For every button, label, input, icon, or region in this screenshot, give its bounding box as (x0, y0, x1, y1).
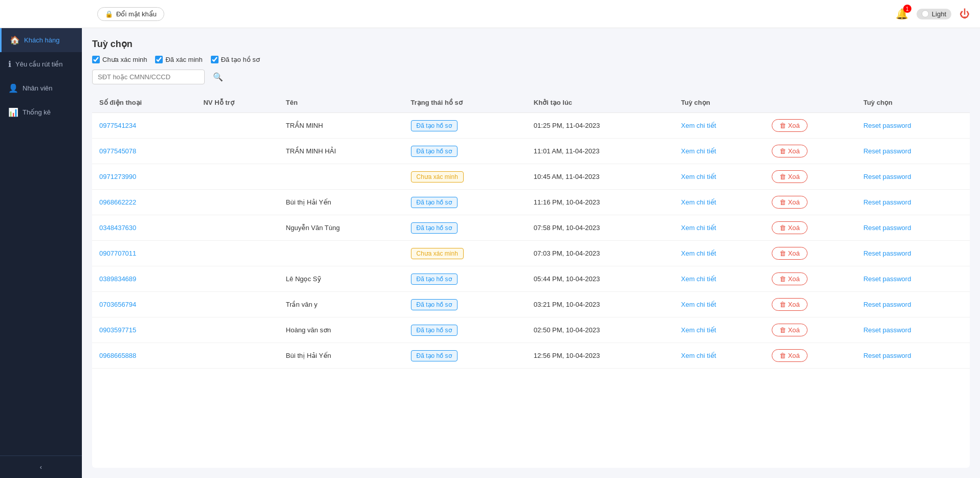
view-detail-link-6[interactable]: Xem chi tiết (681, 275, 716, 283)
cell-phone-8: 0903597715 (92, 317, 196, 343)
change-password-button[interactable]: 🔒 Đổi mật khẩu (97, 7, 164, 21)
search-row: 🔍 (92, 70, 970, 84)
search-input[interactable] (92, 70, 205, 84)
phone-link-2[interactable]: 0971273990 (99, 173, 136, 180)
cell-view-0: Xem chi tiết (674, 113, 765, 139)
filter-da-tao-ho-so[interactable]: Đã tạo hồ sơ (211, 56, 260, 63)
power-button[interactable]: ⏻ (960, 8, 970, 20)
delete-button-4[interactable]: 🗑 Xoá (772, 221, 808, 234)
trash-icon-4: 🗑 (779, 224, 786, 232)
cell-view-8: Xem chi tiết (674, 317, 765, 343)
delete-button-5[interactable]: 🗑 Xoá (772, 247, 808, 260)
checkbox-da-tao-ho-so[interactable] (211, 56, 219, 63)
reset-password-link-8[interactable]: Reset password (863, 326, 911, 334)
filter-label-da-tao-ho-so: Đã tạo hồ sơ (221, 56, 260, 63)
delete-button-6[interactable]: 🗑 Xoá (772, 272, 808, 285)
table-row: 0968665888 Bùi thị Hải Yến Đã tạo hồ sơ … (92, 343, 970, 369)
sidebar-label-nhan-vien: Nhân viên (23, 84, 53, 92)
filter-chua-xac-minh[interactable]: Chưa xác minh (92, 56, 147, 63)
col-phone: Số điện thoại (92, 93, 196, 113)
delete-button-9[interactable]: 🗑 Xoá (772, 349, 808, 362)
phone-link-6[interactable]: 0389834689 (99, 275, 136, 283)
reset-password-link-0[interactable]: Reset password (863, 122, 911, 129)
cell-name-2 (279, 164, 404, 190)
notification-wrapper[interactable]: 🔔 1 (896, 8, 908, 20)
phone-link-3[interactable]: 0968662222 (99, 198, 136, 206)
cell-created-6: 05:44 PM, 10-04-2023 (527, 266, 674, 292)
user-icon: 👤 (8, 83, 18, 93)
cell-created-3: 11:16 PM, 10-04-2023 (527, 190, 674, 215)
view-detail-link-7[interactable]: Xem chi tiết (681, 301, 716, 308)
phone-link-1[interactable]: 0977545078 (99, 147, 136, 155)
cell-status-2: Chưa xác minh (404, 164, 527, 190)
delete-button-8[interactable]: 🗑 Xoá (772, 324, 808, 336)
phone-link-4[interactable]: 0348437630 (99, 224, 136, 232)
filter-da-xac-minh[interactable]: Đã xác minh (155, 56, 202, 63)
reset-password-link-1[interactable]: Reset password (863, 147, 911, 155)
reset-password-link-2[interactable]: Reset password (863, 173, 911, 180)
view-detail-link-0[interactable]: Xem chi tiết (681, 122, 716, 129)
sidebar-item-khach-hang[interactable]: 🏠 Khách hàng (0, 28, 82, 52)
sidebar-collapse-button[interactable]: ‹ (0, 456, 82, 478)
view-detail-link-1[interactable]: Xem chi tiết (681, 147, 716, 155)
view-detail-link-2[interactable]: Xem chi tiết (681, 173, 716, 180)
cell-view-7: Xem chi tiết (674, 292, 765, 317)
cell-created-2: 10:45 AM, 11-04-2023 (527, 164, 674, 190)
trash-icon-5: 🗑 (779, 249, 786, 257)
cell-name-9: Bùi thị Hải Yến (279, 343, 404, 369)
reset-password-link-5[interactable]: Reset password (863, 249, 911, 257)
delete-button-3[interactable]: 🗑 Xoá (772, 196, 808, 209)
sidebar-item-nhan-vien[interactable]: 👤 Nhân viên (0, 76, 82, 100)
phone-link-5[interactable]: 0907707011 (99, 249, 136, 257)
table-row: 0971273990 Chưa xác minh 10:45 AM, 11-04… (92, 164, 970, 190)
view-detail-link-8[interactable]: Xem chi tiết (681, 326, 716, 334)
status-badge-9: Đã tạo hồ sơ (411, 350, 458, 361)
reset-password-link-4[interactable]: Reset password (863, 224, 911, 232)
sidebar-label-yeu-cau-rut-tien: Yêu cầu rút tiền (15, 60, 63, 68)
view-detail-link-3[interactable]: Xem chi tiết (681, 198, 716, 206)
table-wrapper: Số điện thoại NV Hỗ trợ Tên Trạng thái h… (92, 93, 970, 468)
checkbox-da-xac-minh[interactable] (155, 56, 163, 63)
cell-delete-8: 🗑 Xoá (765, 317, 857, 343)
cell-phone-9: 0968665888 (92, 343, 196, 369)
phone-link-7[interactable]: 0703656794 (99, 301, 136, 308)
search-button[interactable]: 🔍 (209, 70, 227, 84)
delete-button-0[interactable]: 🗑 Xoá (772, 119, 808, 132)
col-nv: NV Hỗ trợ (196, 93, 278, 113)
view-detail-link-4[interactable]: Xem chi tiết (681, 224, 716, 232)
checkbox-chua-xac-minh[interactable] (92, 56, 100, 63)
notification-badge: 1 (903, 5, 911, 13)
filter-row: Chưa xác minh Đã xác minh Đã tạo hồ sơ (92, 56, 970, 63)
phone-link-0[interactable]: 0977541234 (99, 122, 136, 129)
cell-delete-3: 🗑 Xoá (765, 190, 857, 215)
view-detail-link-5[interactable]: Xem chi tiết (681, 249, 716, 257)
trash-icon-1: 🗑 (779, 147, 786, 155)
sidebar-spacer (0, 124, 82, 456)
reset-password-link-6[interactable]: Reset password (863, 275, 911, 283)
table-row: 0389834689 Lê Ngọc Sỹ Đã tạo hồ sơ 05:44… (92, 266, 970, 292)
sidebar-item-yeu-cau-rut-tien[interactable]: ℹ Yêu cầu rút tiền (0, 52, 82, 76)
info-icon: ℹ (8, 59, 11, 69)
view-detail-link-9[interactable]: Xem chi tiết (681, 352, 716, 359)
phone-link-8[interactable]: 0903597715 (99, 326, 136, 334)
status-badge-2: Chưa xác minh (411, 171, 464, 183)
delete-button-7[interactable]: 🗑 Xoá (772, 298, 808, 311)
cell-nv-8 (196, 317, 278, 343)
reset-password-link-9[interactable]: Reset password (863, 352, 911, 359)
delete-button-2[interactable]: 🗑 Xoá (772, 170, 808, 183)
delete-button-1[interactable]: 🗑 Xoá (772, 145, 808, 157)
theme-toggle[interactable]: Light (917, 9, 951, 19)
cell-phone-2: 0971273990 (92, 164, 196, 190)
filter-label-chua-xac-minh: Chưa xác minh (102, 56, 147, 63)
sidebar-item-thong-ke[interactable]: 📊 Thống kê (0, 100, 82, 124)
cell-delete-5: 🗑 Xoá (765, 241, 857, 266)
cell-status-5: Chưa xác minh (404, 241, 527, 266)
cell-delete-2: 🗑 Xoá (765, 164, 857, 190)
phone-link-9[interactable]: 0968665888 (99, 352, 136, 359)
reset-password-link-3[interactable]: Reset password (863, 198, 911, 206)
reset-password-link-7[interactable]: Reset password (863, 301, 911, 308)
topbar-left: 🔒 Đổi mật khẩu (97, 7, 164, 21)
col-options1: Tuỳ chọn (674, 93, 765, 113)
cell-phone-7: 0703656794 (92, 292, 196, 317)
cell-view-5: Xem chi tiết (674, 241, 765, 266)
